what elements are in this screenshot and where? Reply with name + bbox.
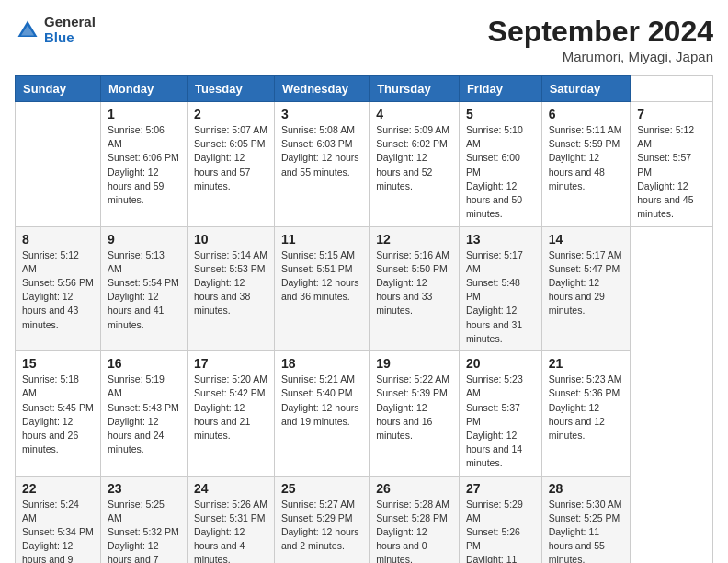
logo-text: General Blue <box>44 15 96 45</box>
day-number: 5 <box>466 107 535 121</box>
day-info: Sunrise: 5:12 AM Sunset: 5:57 PM Dayligh… <box>637 123 706 222</box>
day-info: Sunrise: 5:11 AM Sunset: 5:59 PM Dayligh… <box>549 123 624 193</box>
calendar-cell: 21Sunrise: 5:23 AM Sunset: 5:36 PM Dayli… <box>541 351 631 477</box>
day-number: 17 <box>194 356 267 371</box>
calendar-cell: 5Sunrise: 5:10 AM Sunset: 6:00 PM Daylig… <box>459 102 541 227</box>
calendar-cell: 16Sunrise: 5:19 AM Sunset: 5:43 PM Dayli… <box>101 351 188 477</box>
day-info: Sunrise: 5:09 AM Sunset: 6:02 PM Dayligh… <box>376 123 452 193</box>
day-info: Sunrise: 5:21 AM Sunset: 5:40 PM Dayligh… <box>281 373 362 429</box>
day-info: Sunrise: 5:22 AM Sunset: 5:39 PM Dayligh… <box>376 373 452 442</box>
calendar-cell: 10Sunrise: 5:14 AM Sunset: 5:53 PM Dayli… <box>187 226 274 351</box>
day-number: 7 <box>637 107 706 121</box>
day-number: 10 <box>194 232 267 247</box>
day-info: Sunrise: 5:28 AM Sunset: 5:28 PM Dayligh… <box>376 498 452 563</box>
day-header: Monday <box>101 76 188 102</box>
day-info: Sunrise: 5:13 AM Sunset: 5:54 PM Dayligh… <box>108 248 180 332</box>
day-header: Thursday <box>370 76 460 102</box>
calendar-cell: 11Sunrise: 5:15 AM Sunset: 5:51 PM Dayli… <box>274 226 369 351</box>
day-number: 19 <box>376 356 452 371</box>
day-number: 22 <box>22 481 94 496</box>
day-header: Saturday <box>541 76 631 102</box>
day-number: 28 <box>549 481 624 496</box>
day-number: 1 <box>108 107 180 121</box>
calendar-cell: 22Sunrise: 5:24 AM Sunset: 5:34 PM Dayli… <box>16 476 101 563</box>
calendar-cell: 7Sunrise: 5:12 AM Sunset: 5:57 PM Daylig… <box>631 102 713 227</box>
calendar-cell: 20Sunrise: 5:23 AM Sunset: 5:37 PM Dayli… <box>459 351 541 477</box>
calendar-cell: 17Sunrise: 5:20 AM Sunset: 5:42 PM Dayli… <box>187 351 274 477</box>
day-header: Friday <box>459 76 541 102</box>
day-number: 23 <box>108 481 180 496</box>
day-number: 26 <box>376 481 452 496</box>
day-info: Sunrise: 5:07 AM Sunset: 6:05 PM Dayligh… <box>194 123 267 193</box>
day-info: Sunrise: 5:23 AM Sunset: 5:37 PM Dayligh… <box>466 373 535 471</box>
calendar-week-row: 15Sunrise: 5:18 AM Sunset: 5:45 PM Dayli… <box>16 351 713 477</box>
day-number: 11 <box>281 232 362 247</box>
calendar-cell: 23Sunrise: 5:25 AM Sunset: 5:32 PM Dayli… <box>101 476 188 563</box>
logo-blue: Blue <box>44 30 96 46</box>
calendar-table: SundayMondayTuesdayWednesdayThursdayFrid… <box>15 75 713 563</box>
day-info: Sunrise: 5:14 AM Sunset: 5:53 PM Dayligh… <box>194 248 267 318</box>
day-info: Sunrise: 5:23 AM Sunset: 5:36 PM Dayligh… <box>549 373 624 442</box>
calendar-cell: 9Sunrise: 5:13 AM Sunset: 5:54 PM Daylig… <box>101 226 188 351</box>
day-number: 13 <box>466 232 535 247</box>
calendar-cell: 12Sunrise: 5:16 AM Sunset: 5:50 PM Dayli… <box>370 226 460 351</box>
location: Marumori, Miyagi, Japan <box>488 49 713 64</box>
day-number: 18 <box>281 356 362 371</box>
day-info: Sunrise: 5:08 AM Sunset: 6:03 PM Dayligh… <box>281 123 362 179</box>
calendar-cell: 2Sunrise: 5:07 AM Sunset: 6:05 PM Daylig… <box>187 102 274 227</box>
day-number: 12 <box>376 232 452 247</box>
day-info: Sunrise: 5:12 AM Sunset: 5:56 PM Dayligh… <box>22 248 94 332</box>
day-number: 27 <box>466 481 535 496</box>
day-number: 3 <box>281 107 362 121</box>
logo: General Blue <box>15 15 96 45</box>
day-number: 15 <box>22 356 94 371</box>
calendar-cell: 26Sunrise: 5:28 AM Sunset: 5:28 PM Dayli… <box>370 476 460 563</box>
day-number: 6 <box>549 107 624 121</box>
day-number: 20 <box>466 356 535 371</box>
day-info: Sunrise: 5:17 AM Sunset: 5:48 PM Dayligh… <box>466 248 535 347</box>
calendar-week-row: 1Sunrise: 5:06 AM Sunset: 6:06 PM Daylig… <box>16 102 713 227</box>
day-number: 25 <box>281 481 362 496</box>
day-info: Sunrise: 5:18 AM Sunset: 5:45 PM Dayligh… <box>22 373 94 456</box>
day-number: 14 <box>549 232 624 247</box>
calendar-week-row: 8Sunrise: 5:12 AM Sunset: 5:56 PM Daylig… <box>16 226 713 351</box>
day-number: 16 <box>108 356 180 371</box>
calendar-cell: 25Sunrise: 5:27 AM Sunset: 5:29 PM Dayli… <box>274 476 369 563</box>
calendar-cell <box>16 102 101 227</box>
month-title: September 2024 <box>488 15 713 49</box>
calendar-cell: 8Sunrise: 5:12 AM Sunset: 5:56 PM Daylig… <box>16 226 101 351</box>
day-number: 9 <box>108 232 180 247</box>
day-number: 2 <box>194 107 267 121</box>
calendar-cell: 24Sunrise: 5:26 AM Sunset: 5:31 PM Dayli… <box>187 476 274 563</box>
calendar-cell: 19Sunrise: 5:22 AM Sunset: 5:39 PM Dayli… <box>370 351 460 477</box>
calendar-cell: 1Sunrise: 5:06 AM Sunset: 6:06 PM Daylig… <box>101 102 188 227</box>
calendar-cell: 13Sunrise: 5:17 AM Sunset: 5:48 PM Dayli… <box>459 226 541 351</box>
calendar-cell: 14Sunrise: 5:17 AM Sunset: 5:47 PM Dayli… <box>541 226 631 351</box>
day-info: Sunrise: 5:20 AM Sunset: 5:42 PM Dayligh… <box>194 373 267 442</box>
day-number: 8 <box>22 232 94 247</box>
logo-general: General <box>44 15 96 30</box>
day-number: 21 <box>549 356 624 371</box>
calendar-cell: 4Sunrise: 5:09 AM Sunset: 6:02 PM Daylig… <box>370 102 460 227</box>
day-info: Sunrise: 5:15 AM Sunset: 5:51 PM Dayligh… <box>281 248 362 304</box>
calendar-cell: 27Sunrise: 5:29 AM Sunset: 5:26 PM Dayli… <box>459 476 541 563</box>
day-info: Sunrise: 5:17 AM Sunset: 5:47 PM Dayligh… <box>549 248 624 318</box>
day-header: Tuesday <box>187 76 274 102</box>
calendar-cell: 15Sunrise: 5:18 AM Sunset: 5:45 PM Dayli… <box>16 351 101 477</box>
day-info: Sunrise: 5:30 AM Sunset: 5:25 PM Dayligh… <box>549 498 624 563</box>
day-number: 24 <box>194 481 267 496</box>
day-info: Sunrise: 5:19 AM Sunset: 5:43 PM Dayligh… <box>108 373 180 456</box>
day-number: 4 <box>376 107 452 121</box>
day-header: Wednesday <box>274 76 369 102</box>
calendar-cell: 18Sunrise: 5:21 AM Sunset: 5:40 PM Dayli… <box>274 351 369 477</box>
calendar-cell: 3Sunrise: 5:08 AM Sunset: 6:03 PM Daylig… <box>274 102 369 227</box>
title-block: September 2024 Marumori, Miyagi, Japan <box>488 15 713 64</box>
logo-icon <box>15 17 40 43</box>
day-info: Sunrise: 5:29 AM Sunset: 5:26 PM Dayligh… <box>466 498 535 563</box>
calendar-week-row: 22Sunrise: 5:24 AM Sunset: 5:34 PM Dayli… <box>16 476 713 563</box>
day-info: Sunrise: 5:10 AM Sunset: 6:00 PM Dayligh… <box>466 123 535 222</box>
day-info: Sunrise: 5:24 AM Sunset: 5:34 PM Dayligh… <box>22 498 94 563</box>
page-header: General Blue September 2024 Marumori, Mi… <box>15 15 713 64</box>
day-info: Sunrise: 5:16 AM Sunset: 5:50 PM Dayligh… <box>376 248 452 318</box>
day-info: Sunrise: 5:25 AM Sunset: 5:32 PM Dayligh… <box>108 498 180 563</box>
